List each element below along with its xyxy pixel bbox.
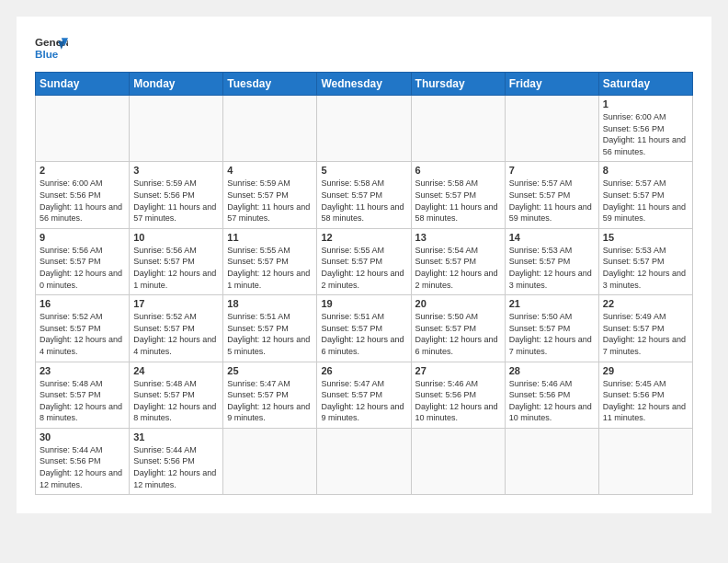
calendar-cell: 20Sunrise: 5:50 AM Sunset: 5:57 PM Dayli… — [411, 295, 505, 362]
calendar-cell: 5Sunrise: 5:58 AM Sunset: 5:57 PM Daylig… — [317, 162, 411, 228]
calendar-cell: 6Sunrise: 5:58 AM Sunset: 5:57 PM Daylig… — [411, 162, 505, 228]
day-number: 3 — [133, 165, 219, 176]
day-info: Sunrise: 5:46 AM Sunset: 5:56 PM Dayligh… — [415, 378, 501, 424]
calendar-cell: 29Sunrise: 5:45 AM Sunset: 5:56 PM Dayli… — [598, 362, 692, 428]
day-number: 24 — [133, 365, 219, 376]
day-info: Sunrise: 5:55 AM Sunset: 5:57 PM Dayligh… — [321, 245, 406, 291]
day-number: 16 — [40, 298, 125, 309]
day-number: 12 — [321, 232, 406, 243]
day-number: 31 — [133, 431, 219, 442]
day-info: Sunrise: 5:59 AM Sunset: 5:56 PM Dayligh… — [133, 178, 219, 224]
calendar-cell: 22Sunrise: 5:49 AM Sunset: 5:57 PM Dayli… — [598, 295, 692, 362]
calendar-cell: 4Sunrise: 5:59 AM Sunset: 5:57 PM Daylig… — [223, 162, 317, 228]
day-number: 2 — [40, 165, 125, 176]
day-info: Sunrise: 5:46 AM Sunset: 5:56 PM Dayligh… — [509, 378, 595, 424]
calendar-cell: 15Sunrise: 5:53 AM Sunset: 5:57 PM Dayli… — [598, 228, 692, 294]
day-number: 14 — [509, 232, 595, 243]
calendar-cell — [317, 96, 411, 162]
day-info: Sunrise: 5:53 AM Sunset: 5:57 PM Dayligh… — [603, 245, 688, 291]
day-info: Sunrise: 5:56 AM Sunset: 5:57 PM Dayligh… — [133, 245, 219, 291]
calendar-cell: 3Sunrise: 5:59 AM Sunset: 5:56 PM Daylig… — [130, 162, 223, 228]
day-number: 8 — [603, 165, 688, 176]
day-number: 25 — [227, 365, 313, 376]
weekday-header-saturday: Saturday — [598, 73, 692, 96]
day-number: 19 — [321, 298, 406, 309]
day-number: 30 — [40, 431, 125, 442]
day-info: Sunrise: 5:49 AM Sunset: 5:57 PM Dayligh… — [603, 311, 688, 357]
logo-icon: General Blue — [35, 31, 68, 64]
calendar-cell: 31Sunrise: 5:44 AM Sunset: 5:56 PM Dayli… — [130, 428, 223, 494]
calendar-cell — [223, 428, 317, 494]
calendar-page: General Blue SundayMondayTuesdayWednesda… — [17, 17, 711, 513]
day-info: Sunrise: 5:50 AM Sunset: 5:57 PM Dayligh… — [509, 311, 595, 357]
day-info: Sunrise: 5:55 AM Sunset: 5:57 PM Dayligh… — [227, 245, 313, 291]
day-number: 29 — [603, 365, 688, 376]
day-info: Sunrise: 5:47 AM Sunset: 5:57 PM Dayligh… — [321, 378, 406, 424]
weekday-header-wednesday: Wednesday — [317, 73, 411, 96]
calendar-cell: 12Sunrise: 5:55 AM Sunset: 5:57 PM Dayli… — [317, 228, 411, 294]
day-info: Sunrise: 5:54 AM Sunset: 5:57 PM Dayligh… — [415, 245, 501, 291]
calendar-cell: 14Sunrise: 5:53 AM Sunset: 5:57 PM Dayli… — [505, 228, 598, 294]
calendar-cell: 19Sunrise: 5:51 AM Sunset: 5:57 PM Dayli… — [317, 295, 411, 362]
calendar-cell: 28Sunrise: 5:46 AM Sunset: 5:56 PM Dayli… — [505, 362, 598, 428]
svg-text:Blue: Blue — [35, 48, 59, 60]
day-number: 26 — [321, 365, 406, 376]
calendar-cell: 16Sunrise: 5:52 AM Sunset: 5:57 PM Dayli… — [36, 295, 130, 362]
weekday-header-sunday: Sunday — [36, 73, 130, 96]
day-info: Sunrise: 5:45 AM Sunset: 5:56 PM Dayligh… — [603, 378, 688, 424]
week-row-1: 1Sunrise: 6:00 AM Sunset: 5:56 PM Daylig… — [36, 96, 693, 162]
day-number: 28 — [509, 365, 595, 376]
day-info: Sunrise: 5:58 AM Sunset: 5:57 PM Dayligh… — [321, 178, 406, 224]
day-info: Sunrise: 5:51 AM Sunset: 5:57 PM Dayligh… — [321, 311, 406, 357]
calendar-cell: 23Sunrise: 5:48 AM Sunset: 5:57 PM Dayli… — [36, 362, 130, 428]
calendar-cell: 21Sunrise: 5:50 AM Sunset: 5:57 PM Dayli… — [505, 295, 598, 362]
day-number: 17 — [133, 298, 219, 309]
calendar-cell — [505, 428, 598, 494]
day-info: Sunrise: 5:44 AM Sunset: 5:56 PM Dayligh… — [133, 444, 219, 490]
day-info: Sunrise: 5:58 AM Sunset: 5:57 PM Dayligh… — [415, 178, 501, 224]
week-row-5: 23Sunrise: 5:48 AM Sunset: 5:57 PM Dayli… — [36, 362, 693, 428]
day-info: Sunrise: 5:52 AM Sunset: 5:57 PM Dayligh… — [40, 311, 125, 357]
day-number: 9 — [40, 232, 125, 243]
calendar-cell: 24Sunrise: 5:48 AM Sunset: 5:57 PM Dayli… — [130, 362, 223, 428]
day-number: 15 — [603, 232, 688, 243]
calendar-cell: 11Sunrise: 5:55 AM Sunset: 5:57 PM Dayli… — [223, 228, 317, 294]
day-info: Sunrise: 5:53 AM Sunset: 5:57 PM Dayligh… — [509, 245, 595, 291]
calendar-cell — [36, 96, 130, 162]
calendar-cell: 30Sunrise: 5:44 AM Sunset: 5:56 PM Dayli… — [36, 428, 130, 494]
day-info: Sunrise: 5:59 AM Sunset: 5:57 PM Dayligh… — [227, 178, 313, 224]
day-info: Sunrise: 5:47 AM Sunset: 5:57 PM Dayligh… — [227, 378, 313, 424]
calendar-cell: 27Sunrise: 5:46 AM Sunset: 5:56 PM Dayli… — [411, 362, 505, 428]
weekday-header-tuesday: Tuesday — [223, 73, 317, 96]
calendar-cell: 10Sunrise: 5:56 AM Sunset: 5:57 PM Dayli… — [130, 228, 223, 294]
day-number: 1 — [603, 98, 688, 109]
calendar-cell — [317, 428, 411, 494]
calendar-cell: 25Sunrise: 5:47 AM Sunset: 5:57 PM Dayli… — [223, 362, 317, 428]
day-info: Sunrise: 5:51 AM Sunset: 5:57 PM Dayligh… — [227, 311, 313, 357]
day-number: 11 — [227, 232, 313, 243]
day-number: 22 — [603, 298, 688, 309]
day-info: Sunrise: 5:52 AM Sunset: 5:57 PM Dayligh… — [133, 311, 219, 357]
day-number: 21 — [509, 298, 595, 309]
calendar-cell: 2Sunrise: 6:00 AM Sunset: 5:56 PM Daylig… — [36, 162, 130, 228]
week-row-3: 9Sunrise: 5:56 AM Sunset: 5:57 PM Daylig… — [36, 228, 693, 294]
day-number: 4 — [227, 165, 313, 176]
day-info: Sunrise: 5:44 AM Sunset: 5:56 PM Dayligh… — [40, 444, 125, 490]
calendar-cell: 8Sunrise: 5:57 AM Sunset: 5:57 PM Daylig… — [598, 162, 692, 228]
week-row-6: 30Sunrise: 5:44 AM Sunset: 5:56 PM Dayli… — [36, 428, 693, 494]
weekday-header-row: SundayMondayTuesdayWednesdayThursdayFrid… — [36, 73, 693, 96]
day-info: Sunrise: 5:48 AM Sunset: 5:57 PM Dayligh… — [40, 378, 125, 424]
day-number: 23 — [40, 365, 125, 376]
day-info: Sunrise: 5:56 AM Sunset: 5:57 PM Dayligh… — [40, 245, 125, 291]
day-number: 5 — [321, 165, 406, 176]
day-info: Sunrise: 5:48 AM Sunset: 5:57 PM Dayligh… — [133, 378, 219, 424]
day-info: Sunrise: 5:50 AM Sunset: 5:57 PM Dayligh… — [415, 311, 501, 357]
day-number: 20 — [415, 298, 501, 309]
calendar-cell — [411, 428, 505, 494]
day-number: 6 — [415, 165, 501, 176]
calendar-cell: 7Sunrise: 5:57 AM Sunset: 5:57 PM Daylig… — [505, 162, 598, 228]
day-number: 18 — [227, 298, 313, 309]
calendar-cell: 13Sunrise: 5:54 AM Sunset: 5:57 PM Dayli… — [411, 228, 505, 294]
week-row-2: 2Sunrise: 6:00 AM Sunset: 5:56 PM Daylig… — [36, 162, 693, 228]
logo: General Blue — [35, 31, 68, 64]
